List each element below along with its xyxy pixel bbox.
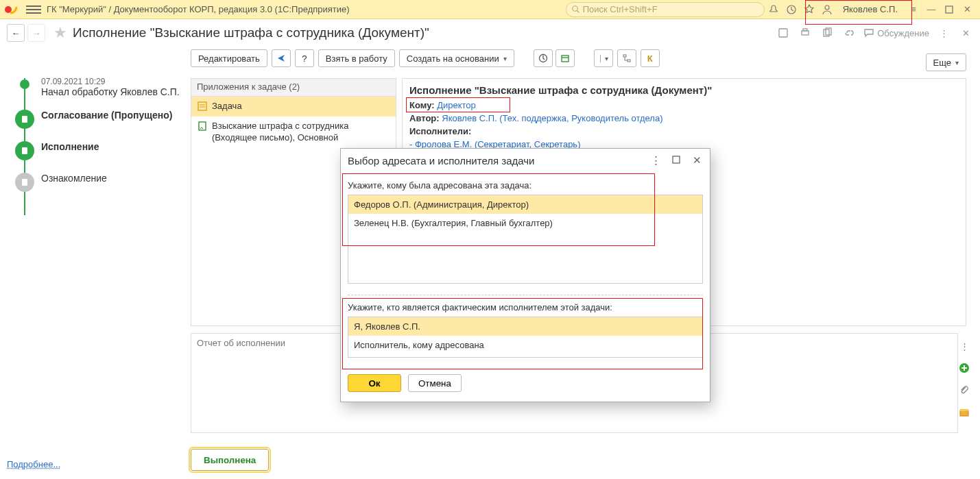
toolbar: Редактировать ? Взять в работу Создать н… <box>0 47 980 73</box>
task-icon <box>197 101 208 112</box>
performer-option[interactable]: Я, Яковлев С.П. <box>348 317 702 336</box>
svg-rect-18 <box>22 179 27 186</box>
add-icon[interactable] <box>958 362 970 374</box>
svg-rect-8 <box>803 29 807 31</box>
document-icon <box>197 121 208 132</box>
svg-line-2 <box>577 10 579 12</box>
attachment-item[interactable]: Задача <box>191 97 396 116</box>
timeline-event: 07.09.2021 10:29 Начал обработку Яковлев… <box>7 73 185 101</box>
timeline-stage[interactable]: Исполнение <box>7 137 185 162</box>
app-logo <box>4 3 21 16</box>
save-icon[interactable] <box>776 25 791 40</box>
link-icon[interactable] <box>841 25 857 40</box>
kebab-icon[interactable]: ⋮ <box>936 25 951 40</box>
attachments-header: Приложения к задаче (2) <box>191 79 396 97</box>
addressee-option[interactable]: Федоров О.П. (Администрация, Директор) <box>348 195 702 214</box>
flag-button[interactable]: ▾ <box>594 49 613 67</box>
svg-rect-24 <box>960 410 968 416</box>
minimize-icon[interactable]: — <box>922 2 940 17</box>
k-button[interactable]: К <box>641 49 660 67</box>
dialog-maximize-icon[interactable] <box>670 154 682 167</box>
help-button[interactable]: ? <box>295 49 314 67</box>
bell-icon[interactable] <box>765 2 782 17</box>
star-icon[interactable] <box>800 2 818 17</box>
timeline: 07.09.2021 10:29 Начал обработку Яковлев… <box>7 73 185 193</box>
tree-button[interactable] <box>617 49 636 67</box>
equals-icon[interactable]: ≡ <box>905 2 922 17</box>
close-page-icon[interactable]: ✕ <box>958 25 973 40</box>
user-icon[interactable] <box>818 2 836 17</box>
detail-title: Исполнение "Взыскание штрафа с сотрудник… <box>409 84 959 96</box>
favorite-star-icon[interactable]: ★ <box>53 24 67 42</box>
timeline-stage[interactable]: Согласование (Пропущено) <box>7 106 185 130</box>
search-placeholder: Поиск Ctrl+Shift+F <box>583 4 658 14</box>
history-icon[interactable] <box>782 2 800 17</box>
more-link[interactable]: Подробнее... <box>7 459 60 469</box>
timeline-stage[interactable]: Ознакомление <box>7 169 185 193</box>
done-button[interactable]: Выполнена <box>191 449 269 471</box>
window-titlebar: ГК "Меркурий" / Документооборот КОРП, ре… <box>0 0 980 19</box>
to-label: Кому: <box>409 100 435 110</box>
svg-rect-26 <box>673 156 680 163</box>
main-menu-icon[interactable] <box>26 2 41 17</box>
box-icon[interactable] <box>958 406 970 418</box>
send-button[interactable] <box>272 49 291 67</box>
window-title: ГК "Меркурий" / Документооборот КОРП, ре… <box>47 4 350 14</box>
nav-forward[interactable]: → <box>27 24 45 42</box>
create-based-button[interactable]: Создать на основании▾ <box>399 49 514 67</box>
dialog-close-icon[interactable]: ✕ <box>691 154 703 167</box>
discuss-button[interactable]: Обсуждение <box>863 27 929 38</box>
timeline-meta: 07.09.2021 10:29 <box>41 77 180 86</box>
svg-rect-14 <box>623 55 626 57</box>
maximize-icon[interactable] <box>940 2 958 17</box>
report-kebab-icon[interactable]: ⋮ <box>958 340 970 352</box>
addressee-list: Федоров О.П. (Администрация, Директор) З… <box>348 195 703 284</box>
svg-point-4 <box>825 5 829 10</box>
svg-rect-6 <box>779 29 787 37</box>
timeline-text: Начал обработку Яковлев С.П. <box>41 86 180 97</box>
attach-icon[interactable] <box>958 384 970 396</box>
calendar-button[interactable] <box>555 49 575 67</box>
edit-button[interactable]: Редактировать <box>191 49 267 67</box>
more-button[interactable]: Еще▾ <box>926 53 966 71</box>
author-link[interactable]: Яковлев С.П. (Тех. поддержка, Руководите… <box>442 113 662 123</box>
dialog-menu-icon[interactable]: ⋮ <box>649 154 662 167</box>
print-icon[interactable] <box>798 25 813 40</box>
performer-option[interactable]: Исполнитель, кому адресована <box>348 336 702 354</box>
nav-back[interactable]: ← <box>7 24 25 42</box>
svg-rect-16 <box>22 116 27 123</box>
close-icon[interactable]: ✕ <box>958 2 976 17</box>
svg-rect-12 <box>562 56 569 62</box>
copy-icon[interactable] <box>820 25 835 40</box>
svg-rect-22 <box>199 122 206 130</box>
executors-label: Исполнители: <box>409 126 471 136</box>
clock-button[interactable] <box>534 49 553 67</box>
svg-rect-19 <box>198 102 206 110</box>
dialog-title: Выбор адресата и исполнителя задачи <box>348 155 534 167</box>
performer-list: Я, Яковлев С.П. Исполнитель, кому адресо… <box>348 317 703 358</box>
svg-rect-15 <box>628 60 630 62</box>
current-user[interactable]: Яковлев С.П. <box>836 4 905 14</box>
take-button[interactable]: Взять в работу <box>318 49 395 67</box>
dialog-label-1: Укажите, кому была адресована эта задача… <box>348 180 703 191</box>
page-title: Исполнение "Взыскание штрафа с сотрудник… <box>73 25 429 40</box>
page-header: ← → ★ Исполнение "Взыскание штрафа с сот… <box>0 19 980 47</box>
svg-rect-25 <box>960 409 968 411</box>
dialog-label-2: Укажите, кто является фактическим исполн… <box>348 302 703 312</box>
dialog-choose-performer: Выбор адресата и исполнителя задачи ⋮ ✕ … <box>340 148 710 402</box>
svg-rect-17 <box>22 147 27 154</box>
attachment-item[interactable]: Взыскание штрафа с сотрудника (Входящее … <box>191 116 396 148</box>
ok-button[interactable]: Ок <box>348 374 401 392</box>
svg-point-1 <box>572 5 577 11</box>
addressee-option[interactable]: Зеленец Н.В. (Бухгалтерия, Главный бухга… <box>348 214 702 232</box>
author-label: Автор: <box>409 113 440 123</box>
global-search[interactable]: Поиск Ctrl+Shift+F <box>566 2 765 17</box>
svg-rect-7 <box>802 31 809 35</box>
svg-rect-5 <box>946 6 953 13</box>
cancel-button[interactable]: Отмена <box>408 374 462 392</box>
to-link[interactable]: Директор <box>437 100 476 110</box>
